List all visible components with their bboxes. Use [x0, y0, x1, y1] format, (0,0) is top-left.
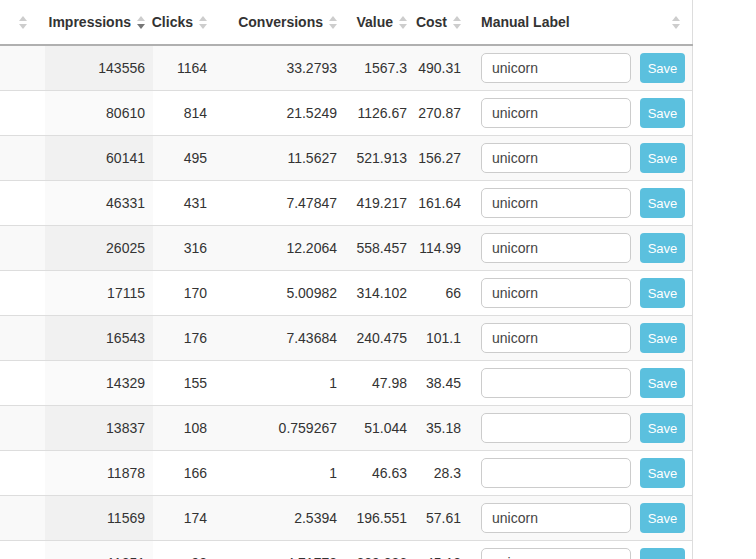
manual-label-cell: [469, 271, 635, 316]
save-cell: Save: [635, 361, 692, 406]
save-button[interactable]: Save: [640, 548, 685, 559]
save-button[interactable]: Save: [640, 98, 685, 128]
manual-label-input[interactable]: [481, 278, 631, 308]
column-label: Conversions: [238, 14, 323, 30]
sort-both-icon: [329, 16, 337, 29]
save-button[interactable]: Save: [640, 323, 685, 353]
manual-label-cell: [469, 496, 635, 541]
manual-label-input[interactable]: [481, 503, 631, 533]
manual-label-input[interactable]: [481, 413, 631, 443]
row-spacer-cell: [0, 271, 45, 316]
cost-cell: 114.99: [415, 226, 469, 271]
save-button[interactable]: Save: [640, 143, 685, 173]
value-cell: 1567.3: [345, 45, 415, 91]
impressions-cell: 46331: [45, 181, 153, 226]
impressions-cell: 60141: [45, 136, 153, 181]
value-cell: 240.475: [345, 316, 415, 361]
clicks-cell: 155: [153, 361, 215, 406]
table-row: 11878166146.6328.3Save: [0, 451, 692, 496]
manual-label-cell: [469, 316, 635, 361]
header-row: Impressions Clicks Conversions Value: [0, 0, 692, 45]
table-row: 138371080.75926751.04435.18Save: [0, 406, 692, 451]
value-cell: 521.913: [345, 136, 415, 181]
row-spacer-cell: [0, 136, 45, 181]
column-header-blank-right[interactable]: [635, 0, 692, 45]
table-row: 165431767.43684240.475101.1Save: [0, 316, 692, 361]
sort-both-icon: [453, 16, 461, 29]
column-header-cost[interactable]: Cost: [415, 0, 469, 45]
manual-label-input[interactable]: [481, 188, 631, 218]
cost-cell: 28.3: [415, 451, 469, 496]
column-header-blank-left[interactable]: [0, 0, 45, 45]
sort-both-icon: [19, 16, 27, 29]
manual-label-input[interactable]: [481, 458, 631, 488]
manual-label-input[interactable]: [481, 233, 631, 263]
save-cell: Save: [635, 226, 692, 271]
save-button[interactable]: Save: [640, 278, 685, 308]
cost-cell: 45.12: [415, 541, 469, 559]
save-cell: Save: [635, 496, 692, 541]
row-spacer-cell: [0, 316, 45, 361]
value-cell: 239.886: [345, 541, 415, 559]
impressions-cell: 13837: [45, 406, 153, 451]
manual-label-input[interactable]: [481, 143, 631, 173]
save-button[interactable]: Save: [640, 53, 685, 83]
clicks-cell: 814: [153, 91, 215, 136]
clicks-cell: 495: [153, 136, 215, 181]
save-button[interactable]: Save: [640, 368, 685, 398]
manual-label-input[interactable]: [481, 548, 631, 559]
cost-cell: 66: [415, 271, 469, 316]
row-spacer-cell: [0, 45, 45, 91]
cost-cell: 156.27: [415, 136, 469, 181]
save-cell: Save: [635, 136, 692, 181]
conversions-cell: 1: [215, 451, 345, 496]
impressions-cell: 143556: [45, 45, 153, 91]
save-cell: Save: [635, 271, 692, 316]
clicks-cell: 1164: [153, 45, 215, 91]
table-row: 11251924.71778239.88645.12Save: [0, 541, 692, 559]
table-row: 463314317.47847419.217161.64Save: [0, 181, 692, 226]
manual-label-cell: [469, 181, 635, 226]
manual-label-cell: [469, 406, 635, 451]
manual-label-cell: [469, 541, 635, 559]
conversions-cell: 21.5249: [215, 91, 345, 136]
row-spacer-cell: [0, 541, 45, 559]
conversions-cell: 7.43684: [215, 316, 345, 361]
save-cell: Save: [635, 91, 692, 136]
manual-label-input[interactable]: [481, 368, 631, 398]
impressions-cell: 16543: [45, 316, 153, 361]
manual-label-cell: [469, 451, 635, 496]
row-spacer-cell: [0, 181, 45, 226]
save-button[interactable]: Save: [640, 188, 685, 218]
value-cell: 46.63: [345, 451, 415, 496]
clicks-cell: 431: [153, 181, 215, 226]
sort-both-icon: [672, 16, 680, 29]
data-table: Impressions Clicks Conversions Value: [0, 0, 693, 559]
save-button[interactable]: Save: [640, 458, 685, 488]
table-row: 171151705.00982314.10266Save: [0, 271, 692, 316]
table-body: 143556116433.27931567.3490.31Save8061081…: [0, 45, 692, 559]
clicks-cell: 92: [153, 541, 215, 559]
save-button[interactable]: Save: [640, 503, 685, 533]
save-button[interactable]: Save: [640, 413, 685, 443]
column-header-clicks[interactable]: Clicks: [153, 0, 215, 45]
manual-label-input[interactable]: [481, 323, 631, 353]
conversions-cell: 4.71778: [215, 541, 345, 559]
value-cell: 196.551: [345, 496, 415, 541]
manual-label-cell: [469, 136, 635, 181]
clicks-cell: 108: [153, 406, 215, 451]
manual-label-input[interactable]: [481, 53, 631, 83]
column-header-conversions[interactable]: Conversions: [215, 0, 345, 45]
manual-label-input[interactable]: [481, 98, 631, 128]
column-header-impressions[interactable]: Impressions: [45, 0, 153, 45]
save-button[interactable]: Save: [640, 233, 685, 263]
cost-cell: 490.31: [415, 45, 469, 91]
impressions-cell: 17115: [45, 271, 153, 316]
value-cell: 558.457: [345, 226, 415, 271]
row-spacer-cell: [0, 406, 45, 451]
column-header-value[interactable]: Value: [345, 0, 415, 45]
impressions-cell: 11878: [45, 451, 153, 496]
column-label: Clicks: [152, 14, 193, 30]
sort-desc-icon: [137, 16, 145, 29]
manual-label-cell: [469, 361, 635, 406]
